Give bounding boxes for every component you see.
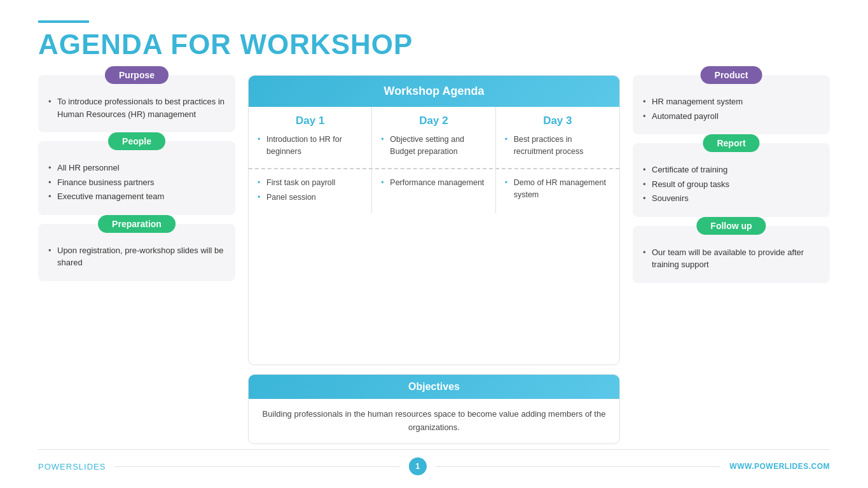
objectives-header: Objectives — [249, 375, 619, 399]
preparation-badge: Preparation — [98, 215, 176, 233]
list-item: Souvenirs — [643, 192, 820, 205]
left-column: Purpose To introduce professionals to be… — [38, 75, 235, 444]
list-item: To introduce professionals to best pract… — [48, 95, 225, 120]
day3-list-bottom: Demo of HR management system — [505, 177, 610, 201]
list-item: Automated payroll — [643, 110, 820, 123]
list-item: First task on payroll — [258, 177, 362, 189]
product-badge: Product — [701, 66, 762, 84]
day3-list-top: Best practices in recruitment process — [505, 134, 610, 158]
followup-list: Our team will be available to provide af… — [643, 246, 820, 271]
header-line — [38, 20, 89, 23]
list-item: Performance management — [381, 177, 486, 189]
followup-badge: Follow up — [696, 217, 766, 235]
footer-line-left — [114, 466, 399, 467]
agenda-table: Workshop Agenda Day 1 Introduction to HR… — [248, 75, 620, 365]
list-item: Executive management team — [48, 190, 225, 203]
title-black: AGENDA FOR — [38, 29, 240, 60]
list-item: Objective setting and Budget preparation — [381, 134, 486, 158]
list-item: HR management system — [643, 95, 820, 108]
list-item: Result of group tasks — [643, 178, 820, 191]
day3-bottom: Demo of HR management system — [496, 169, 619, 214]
day2-list-bottom: Performance management — [381, 177, 486, 189]
product-list: HR management system Automated payroll — [643, 95, 820, 122]
people-content: All HR personnel Finance business partne… — [48, 162, 225, 203]
agenda-header: Workshop Agenda — [249, 76, 619, 107]
center-column: Workshop Agenda Day 1 Introduction to HR… — [248, 75, 620, 444]
preparation-content: Upon registration, pre-workshop slides w… — [48, 244, 225, 269]
purpose-content: To introduce professionals to best pract… — [48, 95, 225, 120]
day2-list-top: Objective setting and Budget preparation — [381, 134, 486, 158]
page: AGENDA FOR WORKSHOP Purpose To introduce… — [0, 0, 868, 488]
footer: POWERSLIDES 1 WWW.POWERLIDES.COM — [38, 449, 830, 475]
day2-col: Day 2 Objective setting and Budget prepa… — [372, 107, 495, 168]
day1-title: Day 1 — [258, 115, 362, 127]
right-column: Product HR management system Automated p… — [633, 75, 830, 444]
people-list: All HR personnel Finance business partne… — [48, 162, 225, 203]
purpose-card: Purpose To introduce professionals to be… — [38, 75, 235, 132]
page-title: AGENDA FOR WORKSHOP — [38, 29, 830, 60]
list-item: Upon registration, pre-workshop slides w… — [48, 244, 225, 269]
list-item: Best practices in recruitment process — [505, 134, 610, 158]
day1-col: Day 1 Introduction to HR for beginners — [249, 107, 372, 168]
report-badge: Report — [703, 134, 759, 152]
list-item: Finance business partners — [48, 176, 225, 189]
list-item: Panel session — [258, 192, 362, 204]
list-item: Demo of HR management system — [505, 177, 610, 201]
product-content: HR management system Automated payroll — [643, 95, 820, 122]
purpose-list: To introduce professionals to best pract… — [48, 95, 225, 120]
followup-card: Follow up Our team will be available to … — [633, 226, 830, 283]
page-number-badge: 1 — [409, 457, 427, 475]
day2-title: Day 2 — [381, 115, 486, 127]
header: AGENDA FOR WORKSHOP — [38, 20, 830, 60]
people-card: People All HR personnel Finance business… — [38, 141, 235, 215]
agenda-days-bottom: First task on payroll Panel session Perf… — [249, 169, 619, 214]
day1-list-top: Introduction to HR for beginners — [258, 134, 362, 158]
title-blue: WORKSHOP — [240, 29, 413, 60]
preparation-list: Upon registration, pre-workshop slides w… — [48, 244, 225, 269]
brand-black: POWER — [38, 462, 72, 471]
main-content: Purpose To introduce professionals to be… — [38, 75, 830, 444]
report-card: Report Certificate of training Result of… — [633, 143, 830, 217]
footer-line-right — [436, 466, 720, 467]
purpose-badge: Purpose — [105, 66, 169, 84]
agenda-days-top: Day 1 Introduction to HR for beginners D… — [249, 107, 619, 169]
footer-website: WWW.POWERLIDES.COM — [729, 462, 830, 471]
day1-list-bottom: First task on payroll Panel session — [258, 177, 362, 204]
brand-blue: SLIDES — [72, 462, 106, 471]
report-content: Certificate of training Result of group … — [643, 164, 820, 205]
preparation-card: Preparation Upon registration, pre-works… — [38, 224, 235, 281]
product-card: Product HR management system Automated p… — [633, 75, 830, 134]
day2-bottom: Performance management — [372, 169, 495, 214]
followup-content: Our team will be available to provide af… — [643, 246, 820, 271]
day1-bottom: First task on payroll Panel session — [249, 169, 372, 214]
objectives-box: Objectives Building professionals in the… — [248, 374, 620, 444]
list-item: All HR personnel — [48, 162, 225, 174]
people-badge: People — [108, 132, 165, 150]
footer-brand: POWERSLIDES — [38, 462, 106, 471]
list-item: Our team will be available to provide af… — [643, 246, 820, 271]
objectives-body: Building professionals in the human reso… — [249, 399, 619, 443]
day3-title: Day 3 — [505, 115, 610, 127]
list-item: Introduction to HR for beginners — [258, 134, 362, 158]
day3-col: Day 3 Best practices in recruitment proc… — [496, 107, 619, 168]
report-list: Certificate of training Result of group … — [643, 164, 820, 205]
list-item: Certificate of training — [643, 164, 820, 176]
